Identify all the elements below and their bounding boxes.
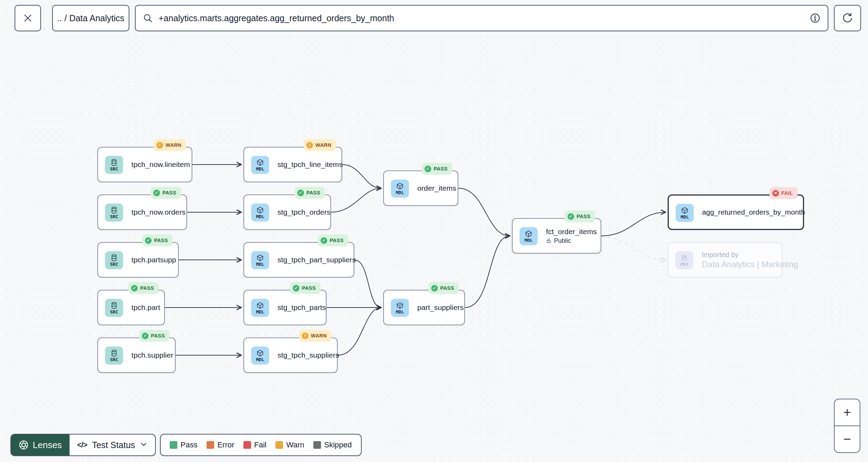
lenses-button[interactable]: Lenses — [11, 435, 70, 455]
status-badge: ✓PASS — [151, 187, 181, 199]
node-tpch_now-orders[interactable]: ✓PASS SRC tpch_now.orders — [97, 194, 187, 230]
pass-swatch — [170, 441, 177, 449]
status-badge: ✓PASS — [428, 282, 459, 294]
model-type-icon: MDL — [251, 299, 269, 317]
lineage-edges — [0, 0, 868, 462]
cube-icon — [396, 302, 404, 309]
status-badge: ✓PASS — [318, 234, 348, 246]
check-icon: ✓ — [145, 237, 152, 244]
status-badge: ✓PASS — [295, 187, 325, 199]
source-type-icon: SRC — [105, 346, 123, 365]
test-status-legend: Pass Error Fail Warn Skipped — [160, 434, 362, 456]
check-icon: ✓ — [153, 190, 160, 196]
imported-by-title: Imported by — [702, 251, 798, 259]
database-icon — [110, 302, 118, 309]
zoom-in-button[interactable]: + — [835, 399, 860, 426]
edge — [354, 260, 381, 308]
check-icon: ✓ — [425, 166, 431, 172]
edge-cross-project — [601, 237, 666, 260]
node-label: tpch_now.lineitem — [131, 160, 190, 169]
database-icon — [110, 159, 118, 166]
check-icon: ✓ — [568, 213, 574, 220]
check-icon: ✓ — [142, 333, 148, 339]
status-badge: !WARN — [304, 139, 336, 151]
check-icon: ✓ — [293, 285, 299, 292]
warn-icon: ! — [302, 333, 308, 339]
fail-swatch — [243, 441, 251, 449]
node-label: stg_tpch_suppliers — [278, 351, 339, 359]
lens-selected-label: Test Status — [92, 440, 135, 450]
model-type-icon: MDL — [391, 299, 409, 317]
node-label: stg_tpch_parts — [278, 303, 326, 312]
cube-icon — [396, 182, 404, 190]
check-icon: ✓ — [297, 190, 304, 196]
legend-item-pass: Pass — [170, 440, 198, 449]
legend-item-warn: Warn — [275, 440, 304, 449]
node-label: fct_order_items — [546, 228, 597, 236]
node-stg_tpch_line_items[interactable]: !WARN MDL stg_tpch_line_items — [243, 147, 342, 182]
project-type-icon: PRJ — [675, 251, 693, 269]
model-type-icon: MDL — [520, 227, 538, 245]
zoom-controls: + − — [834, 399, 860, 453]
status-badge: ✓PASS — [142, 234, 172, 246]
node-label: stg_tpch_part_suppliers — [278, 256, 356, 264]
node-tpch-supplier[interactable]: ✓PASS SRC tpch.supplier — [97, 337, 176, 373]
node-label: tpch.supplier — [131, 351, 173, 359]
chevron-down-icon — [140, 440, 147, 450]
status-badge: !WARN — [154, 139, 186, 151]
warn-swatch — [275, 441, 283, 449]
node-label: tpch.part — [131, 303, 160, 312]
edge — [465, 236, 510, 308]
node-imported-by-project[interactable]: PRJ Imported by Data Analytics | Marketi… — [668, 242, 782, 278]
node-label: stg_tpch_line_items — [278, 160, 343, 169]
cube-icon — [256, 302, 264, 309]
node-label: tpch_now.orders — [131, 208, 186, 216]
node-agg_returned_orders_by_month[interactable]: ✕FAIL MDL agg_returned_orders_by_month — [668, 194, 804, 230]
cube-icon — [525, 230, 532, 238]
model-type-icon: MDL — [251, 156, 269, 174]
status-badge: !WARN — [299, 330, 331, 342]
database-icon — [110, 349, 118, 357]
database-icon — [110, 254, 118, 262]
code-icon: </> — [77, 440, 87, 449]
node-stg_tpch_orders[interactable]: ✓PASS MDL stg_tpch_orders — [243, 194, 331, 230]
node-tpch-part[interactable]: ✓PASS SRC tpch.part — [97, 290, 165, 325]
edge — [342, 165, 381, 188]
legend-item-skipped: Skipped — [313, 440, 352, 449]
warn-icon: ! — [306, 142, 313, 149]
node-stg_tpch_suppliers[interactable]: !WARN MDL stg_tpch_suppliers — [243, 337, 338, 373]
cube-icon — [681, 207, 689, 214]
edge — [601, 212, 666, 236]
legend-item-error: Error — [207, 440, 234, 449]
edge — [331, 188, 381, 212]
lenses-label: Lenses — [33, 440, 62, 451]
model-type-icon: MDL — [251, 346, 269, 365]
status-badge: ✓PASS — [422, 163, 452, 175]
node-stg_tpch_parts[interactable]: ✓PASS MDL stg_tpch_parts — [243, 290, 327, 325]
node-label: tpch.partsupp — [131, 256, 176, 264]
node-stg_tpch_part_suppliers[interactable]: ✓PASS MDL stg_tpch_part_suppliers — [243, 242, 354, 278]
cube-icon — [256, 254, 264, 262]
cube-icon — [256, 349, 264, 357]
status-badge: ✕FAIL — [770, 187, 797, 199]
zoom-out-button[interactable]: − — [835, 426, 860, 452]
status-badge: ✓PASS — [565, 210, 595, 222]
node-part_suppliers[interactable]: ✓PASS MDL part_suppliers — [383, 290, 465, 325]
check-icon: ✓ — [321, 237, 327, 244]
legend-item-fail: Fail — [243, 440, 266, 449]
model-type-icon: MDL — [251, 204, 269, 222]
node-tpch_now-lineitem[interactable]: !WARN SRC tpch_now.lineitem — [97, 147, 192, 182]
lens-dropdown[interactable]: </> Test Status — [70, 435, 155, 455]
project-stack-icon — [681, 254, 688, 262]
node-tpch-partsupp[interactable]: ✓PASS SRC tpch.partsupp — [97, 242, 179, 278]
node-label: part_suppliers — [417, 303, 464, 312]
source-type-icon: SRC — [105, 299, 123, 317]
check-icon: ✓ — [431, 285, 438, 292]
visibility-tag: Public — [546, 237, 597, 245]
lineage-canvas[interactable]: { "topbar": { "breadcrumb": ".. / Data A… — [0, 0, 868, 462]
cube-icon — [256, 159, 264, 166]
node-order_items[interactable]: ✓PASS MDL order_items — [383, 170, 458, 206]
model-type-icon: MDL — [676, 204, 694, 222]
node-fct_order_items[interactable]: ✓PASS MDL fct_order_items Public — [512, 218, 601, 254]
node-label: order_items — [417, 184, 456, 192]
